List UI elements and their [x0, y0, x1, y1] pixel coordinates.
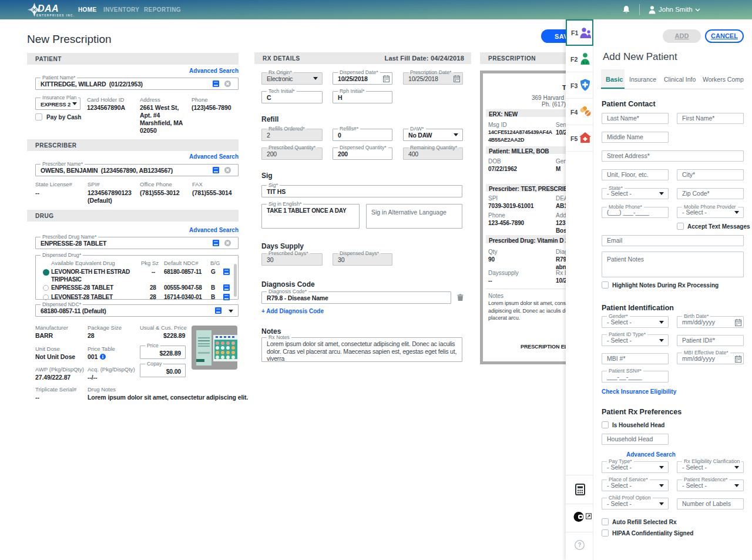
svg-text:?: ? — [578, 542, 581, 548]
